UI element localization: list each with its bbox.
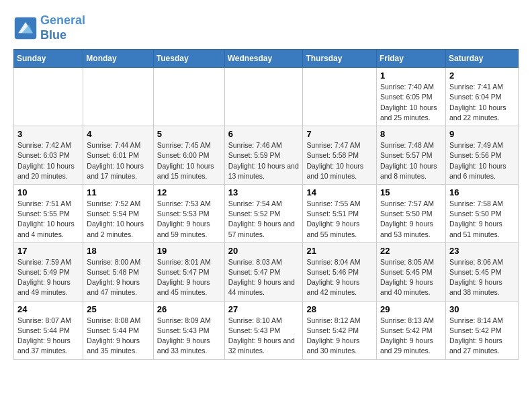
weekday-header-friday: Friday	[376, 50, 445, 68]
calendar-cell: 4Sunrise: 7:44 AM Sunset: 6:01 PM Daylig…	[83, 126, 153, 185]
logo-text: General Blue	[40, 13, 85, 42]
calendar-cell	[224, 68, 303, 126]
day-number: 6	[228, 129, 300, 139]
calendar-cell: 9Sunrise: 7:49 AM Sunset: 5:56 PM Daylig…	[445, 126, 518, 185]
day-number: 15	[380, 187, 442, 197]
day-number: 16	[449, 187, 515, 197]
day-number: 27	[228, 304, 300, 314]
calendar-week-3: 10Sunrise: 7:51 AM Sunset: 5:55 PM Dayli…	[14, 184, 519, 242]
weekday-header-monday: Monday	[83, 50, 153, 68]
day-info: Sunrise: 7:41 AM Sunset: 6:04 PM Dayligh…	[449, 82, 515, 123]
calendar-cell: 15Sunrise: 7:57 AM Sunset: 5:50 PM Dayli…	[376, 184, 445, 242]
day-number: 30	[449, 304, 515, 314]
calendar-cell: 27Sunrise: 8:10 AM Sunset: 5:43 PM Dayli…	[224, 301, 303, 359]
day-info: Sunrise: 8:14 AM Sunset: 5:42 PM Dayligh…	[449, 316, 515, 357]
calendar-cell: 7Sunrise: 7:47 AM Sunset: 5:58 PM Daylig…	[303, 126, 377, 185]
calendar-cell: 21Sunrise: 8:04 AM Sunset: 5:46 PM Dayli…	[303, 242, 377, 301]
day-info: Sunrise: 7:57 AM Sunset: 5:50 PM Dayligh…	[380, 199, 442, 240]
calendar-week-1: 1Sunrise: 7:40 AM Sunset: 6:05 PM Daylig…	[14, 68, 519, 126]
day-info: Sunrise: 8:05 AM Sunset: 5:45 PM Dayligh…	[380, 257, 442, 298]
calendar-week-5: 24Sunrise: 8:07 AM Sunset: 5:44 PM Dayli…	[14, 301, 519, 359]
day-info: Sunrise: 8:12 AM Sunset: 5:42 PM Dayligh…	[306, 316, 373, 357]
day-number: 12	[157, 187, 221, 197]
day-info: Sunrise: 7:48 AM Sunset: 5:57 PM Dayligh…	[380, 140, 442, 181]
day-info: Sunrise: 7:51 AM Sunset: 5:55 PM Dayligh…	[17, 199, 79, 240]
day-info: Sunrise: 7:58 AM Sunset: 5:50 PM Dayligh…	[449, 199, 515, 240]
calendar-cell: 5Sunrise: 7:45 AM Sunset: 6:00 PM Daylig…	[153, 126, 224, 185]
day-number: 26	[157, 304, 221, 314]
day-number: 22	[380, 246, 442, 256]
day-info: Sunrise: 8:09 AM Sunset: 5:43 PM Dayligh…	[157, 316, 221, 357]
day-info: Sunrise: 7:46 AM Sunset: 5:59 PM Dayligh…	[228, 140, 300, 181]
calendar-cell: 1Sunrise: 7:40 AM Sunset: 6:05 PM Daylig…	[376, 68, 445, 126]
calendar-table: SundayMondayTuesdayWednesdayThursdayFrid…	[13, 49, 519, 359]
day-info: Sunrise: 7:49 AM Sunset: 5:56 PM Dayligh…	[449, 140, 515, 181]
day-number: 24	[17, 304, 79, 314]
weekday-header-sunday: Sunday	[14, 50, 83, 68]
calendar-cell: 3Sunrise: 7:42 AM Sunset: 6:03 PM Daylig…	[14, 126, 83, 185]
calendar-cell	[83, 68, 153, 126]
day-info: Sunrise: 8:08 AM Sunset: 5:44 PM Dayligh…	[87, 316, 149, 357]
calendar-cell	[303, 68, 377, 126]
calendar-cell: 18Sunrise: 8:00 AM Sunset: 5:48 PM Dayli…	[83, 242, 153, 301]
day-info: Sunrise: 7:53 AM Sunset: 5:53 PM Dayligh…	[157, 199, 221, 240]
calendar-cell: 6Sunrise: 7:46 AM Sunset: 5:59 PM Daylig…	[224, 126, 303, 185]
calendar-cell: 11Sunrise: 7:52 AM Sunset: 5:54 PM Dayli…	[83, 184, 153, 242]
weekday-header-tuesday: Tuesday	[153, 50, 224, 68]
day-info: Sunrise: 8:00 AM Sunset: 5:48 PM Dayligh…	[87, 257, 149, 298]
weekday-header-wednesday: Wednesday	[224, 50, 303, 68]
day-number: 4	[87, 129, 149, 139]
calendar-cell: 17Sunrise: 7:59 AM Sunset: 5:49 PM Dayli…	[14, 242, 83, 301]
day-number: 1	[380, 71, 442, 81]
day-info: Sunrise: 8:04 AM Sunset: 5:46 PM Dayligh…	[306, 257, 373, 298]
day-number: 18	[87, 246, 149, 256]
day-info: Sunrise: 7:45 AM Sunset: 6:00 PM Dayligh…	[157, 140, 221, 181]
weekday-header-row: SundayMondayTuesdayWednesdayThursdayFrid…	[14, 50, 519, 68]
calendar-cell: 23Sunrise: 8:06 AM Sunset: 5:45 PM Dayli…	[445, 242, 518, 301]
weekday-header-saturday: Saturday	[445, 50, 518, 68]
calendar-cell: 30Sunrise: 8:14 AM Sunset: 5:42 PM Dayli…	[445, 301, 518, 359]
calendar-cell: 14Sunrise: 7:55 AM Sunset: 5:51 PM Dayli…	[303, 184, 377, 242]
day-number: 28	[306, 304, 373, 314]
day-info: Sunrise: 8:06 AM Sunset: 5:45 PM Dayligh…	[449, 257, 515, 298]
page-header: General Blue	[13, 13, 519, 42]
calendar-body: 1Sunrise: 7:40 AM Sunset: 6:05 PM Daylig…	[14, 68, 519, 359]
day-number: 20	[228, 246, 300, 256]
day-info: Sunrise: 7:52 AM Sunset: 5:54 PM Dayligh…	[87, 199, 149, 240]
day-number: 17	[17, 246, 79, 256]
calendar-cell: 26Sunrise: 8:09 AM Sunset: 5:43 PM Dayli…	[153, 301, 224, 359]
logo: General Blue	[13, 13, 85, 42]
day-info: Sunrise: 7:54 AM Sunset: 5:52 PM Dayligh…	[228, 199, 300, 240]
calendar-cell: 29Sunrise: 8:13 AM Sunset: 5:42 PM Dayli…	[376, 301, 445, 359]
day-number: 25	[87, 304, 149, 314]
day-number: 14	[306, 187, 373, 197]
calendar-cell: 13Sunrise: 7:54 AM Sunset: 5:52 PM Dayli…	[224, 184, 303, 242]
calendar-cell: 20Sunrise: 8:03 AM Sunset: 5:47 PM Dayli…	[224, 242, 303, 301]
day-number: 21	[306, 246, 373, 256]
day-info: Sunrise: 8:10 AM Sunset: 5:43 PM Dayligh…	[228, 316, 300, 357]
day-info: Sunrise: 8:13 AM Sunset: 5:42 PM Dayligh…	[380, 316, 442, 357]
day-number: 11	[87, 187, 149, 197]
day-number: 9	[449, 129, 515, 139]
logo-icon	[13, 16, 38, 40]
day-number: 10	[17, 187, 79, 197]
day-number: 13	[228, 187, 300, 197]
calendar-cell	[153, 68, 224, 126]
calendar-cell: 28Sunrise: 8:12 AM Sunset: 5:42 PM Dayli…	[303, 301, 377, 359]
calendar-week-2: 3Sunrise: 7:42 AM Sunset: 6:03 PM Daylig…	[14, 126, 519, 185]
day-info: Sunrise: 7:40 AM Sunset: 6:05 PM Dayligh…	[380, 82, 442, 123]
day-info: Sunrise: 7:59 AM Sunset: 5:49 PM Dayligh…	[17, 257, 79, 298]
calendar-cell: 8Sunrise: 7:48 AM Sunset: 5:57 PM Daylig…	[376, 126, 445, 185]
day-info: Sunrise: 7:47 AM Sunset: 5:58 PM Dayligh…	[306, 140, 373, 181]
calendar-cell: 10Sunrise: 7:51 AM Sunset: 5:55 PM Dayli…	[14, 184, 83, 242]
calendar-cell: 24Sunrise: 8:07 AM Sunset: 5:44 PM Dayli…	[14, 301, 83, 359]
day-number: 5	[157, 129, 221, 139]
day-info: Sunrise: 7:55 AM Sunset: 5:51 PM Dayligh…	[306, 199, 373, 240]
calendar-cell: 25Sunrise: 8:08 AM Sunset: 5:44 PM Dayli…	[83, 301, 153, 359]
day-info: Sunrise: 7:44 AM Sunset: 6:01 PM Dayligh…	[87, 140, 149, 181]
day-number: 29	[380, 304, 442, 314]
day-number: 23	[449, 246, 515, 256]
calendar-cell: 2Sunrise: 7:41 AM Sunset: 6:04 PM Daylig…	[445, 68, 518, 126]
calendar-cell	[14, 68, 83, 126]
calendar-cell: 16Sunrise: 7:58 AM Sunset: 5:50 PM Dayli…	[445, 184, 518, 242]
